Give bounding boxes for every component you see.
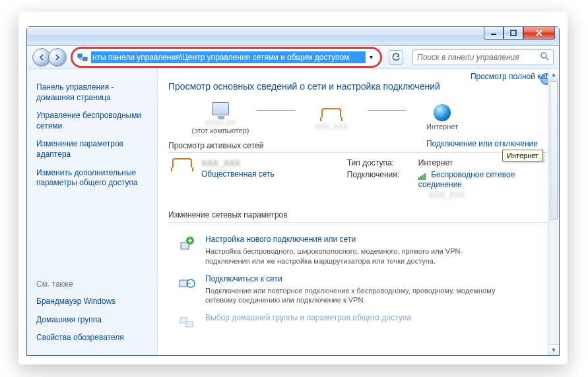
address-bar[interactable]: нты панели управления\Центр управления с… [91,51,366,63]
network-center-icon [77,51,88,63]
homegroup-icon [178,313,196,332]
map-node-this-pc: XXXX-XX (этот компьютер) [184,99,257,134]
maximize-button[interactable] [504,26,523,40]
titlebar[interactable] [27,27,559,45]
map-link-1 [257,110,295,111]
active-networks-label: Просмотр активных сетей [168,141,263,150]
scroll-thumb[interactable] [550,81,558,219]
search-input[interactable] [417,53,540,62]
svg-rect-3 [83,57,87,61]
sidebar-item-homegroup[interactable]: Домашняя группа [36,315,149,326]
arrow-right-icon [53,53,61,61]
connection-ssid: XXX_XXX [429,190,548,200]
map-node-network-name: XXX_XXX [315,123,348,130]
connection-link[interactable]: Беспроводное сетевое соединение [418,170,515,189]
divider [168,152,548,153]
sidebar-item-internet-options[interactable]: Свойства обозревателя [36,333,149,343]
address-bar-highlight: нты панели управления\Центр управления с… [71,47,382,68]
bench-icon [321,108,341,117]
svg-rect-11 [186,322,193,327]
sidebar-item-wireless[interactable]: Управление беспроводными сетями [36,111,149,131]
svg-rect-0 [491,34,496,35]
network-type-link[interactable]: Общественная сеть [201,169,275,179]
svg-rect-8 [180,280,187,287]
view-full-map-link[interactable]: Просмотр полной карты [471,72,559,81]
vertical-scrollbar[interactable]: ▲ ▼ [548,69,559,355]
signal-bars-icon [418,171,426,180]
sidebar-item-sharing[interactable]: Изменить дополнительные параметры общего… [36,168,149,188]
sidebar-item-adapter[interactable]: Изменение параметров адаптера [36,139,149,160]
connections-label: Подключения: [347,170,413,200]
task-homegroup[interactable]: Выбор домашней группы и параметров общег… [178,313,548,332]
close-button[interactable] [523,26,555,40]
task-new-connection[interactable]: Настройка нового подключения или сети На… [178,235,548,266]
page-title: Просмотр основных сведений о сети и наст… [168,81,548,92]
map-link-2 [368,110,406,111]
search-icon [540,51,549,63]
map-node-pc-name: XXXX-XX [205,119,236,127]
control-panel-window: нты панели управления\Центр управления с… [26,26,560,356]
search-box[interactable] [412,49,554,65]
nav-forward-button[interactable] [48,48,67,67]
task-title: Подключиться к сети [205,274,496,283]
nav-row: нты панели управления\Центр управления с… [27,45,559,69]
map-node-internet-label: Интернет [426,123,458,130]
content-fade [158,337,559,355]
access-type-label: Тип доступа: [347,158,413,167]
address-dropdown-button[interactable]: ▾ [366,53,376,61]
maximize-icon [510,30,517,36]
svg-line-5 [546,57,548,60]
network-map: XXXX-XX (этот компьютер) XXX_XXX Интерне… [184,98,548,135]
main-panel: ? Просмотр основных сведений о сети и на… [158,69,559,355]
svg-rect-2 [78,54,82,57]
tooltip-internet: Интернет [502,150,543,161]
change-settings-label: Изменение сетевых параметров [168,210,548,219]
active-network-name: XXX_XXX [201,158,275,168]
connect-network-icon [178,274,196,293]
arrow-left-icon [38,53,46,61]
sidebar-item-firewall[interactable]: Брандмауэр Windows [36,297,149,307]
divider [168,222,548,223]
active-network-row: XXX_XXX Общественная сеть Тип доступа: И… [172,158,548,200]
map-node-pc-sub: (этот компьютер) [191,127,249,134]
refresh-icon [391,53,401,62]
map-node-network: XXX_XXX [295,103,368,130]
connect-disconnect-link[interactable]: Подключение или отключение [426,139,538,148]
bench-icon [172,158,192,167]
svg-point-4 [541,53,546,58]
computer-icon [212,102,229,115]
refresh-button[interactable] [389,50,403,65]
task-title: Настройка нового подключения или сети [205,235,496,244]
sidebar-home-link[interactable]: Панель управления - домашняя страница [36,82,149,103]
scroll-up-button[interactable]: ▲ [548,69,559,80]
new-connection-icon [178,235,196,253]
task-title: Выбор домашней группы и параметров общег… [205,313,411,322]
svg-rect-1 [511,30,516,36]
task-connect-network[interactable]: Подключиться к сети Подключение или повт… [178,274,548,306]
minimize-icon [490,30,497,36]
task-desc: Подключение или повторное подключение к … [205,286,496,306]
sidebar-see-also-label: См. также [36,279,149,289]
globe-icon [434,104,451,121]
minimize-button[interactable] [484,26,504,40]
scroll-down-button[interactable]: ▼ [548,344,559,355]
map-node-internet: Интернет [406,103,478,130]
sidebar: Панель управления - домашняя страница Уп… [27,69,158,355]
close-icon [535,30,543,36]
task-desc: Настройка беспроводного, широкополосного… [205,246,496,266]
